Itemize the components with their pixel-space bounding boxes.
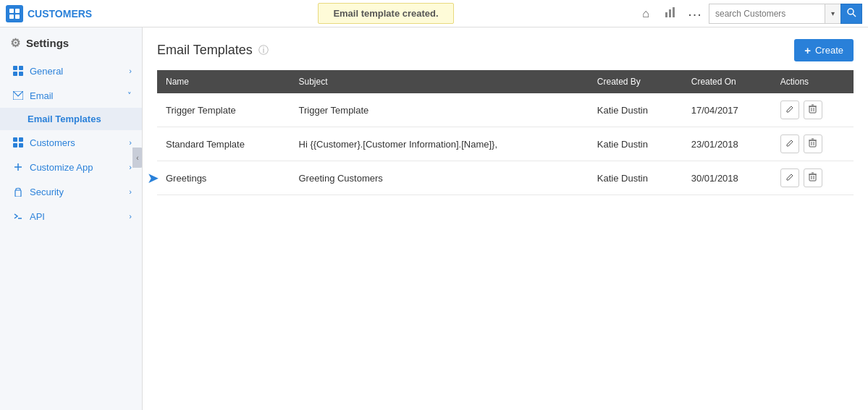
row-name: ➤ Greetings <box>157 161 290 195</box>
table-header: Name Subject Created By Created On Actio… <box>157 70 854 93</box>
home-button[interactable]: ⌂ <box>635 3 657 25</box>
settings-header: ⚙ Settings <box>0 27 142 59</box>
delete-button[interactable] <box>804 134 822 153</box>
svg-rect-3 <box>15 14 20 19</box>
create-button[interactable]: + Create <box>794 39 854 61</box>
search-button[interactable] <box>840 4 862 24</box>
search-input[interactable] <box>709 4 825 24</box>
create-label: Create <box>815 45 843 56</box>
col-created-on: Created On <box>683 70 772 93</box>
table-row-greetings: ➤ Greetings Greeting Customers Katie Dus… <box>157 161 854 195</box>
email-templates-table: Name Subject Created By Created On Actio… <box>157 70 854 195</box>
plus-icon: + <box>804 44 811 56</box>
delete-icon <box>809 104 817 116</box>
page-title: Email Templates <box>157 43 253 58</box>
col-name: Name <box>157 70 290 93</box>
general-arrow-icon: › <box>129 67 132 75</box>
svg-rect-10 <box>19 66 23 70</box>
svg-rect-27 <box>809 140 816 147</box>
search-dropdown-button[interactable]: ▾ <box>825 4 840 24</box>
svg-rect-15 <box>19 137 23 142</box>
settings-label: Settings <box>26 37 69 49</box>
customers-arrow-icon: › <box>129 138 132 147</box>
app-header: CUSTOMERS Email template created. ⌂ ··· … <box>0 0 868 27</box>
row-created-on: 23/01/2018 <box>683 127 772 161</box>
toast-message: Email template created. <box>318 3 453 24</box>
home-icon: ⌂ <box>642 7 649 20</box>
customers-label: Customers <box>30 137 123 148</box>
col-actions: Actions <box>772 70 854 93</box>
email-templates-label: Email Templates <box>28 114 101 124</box>
svg-rect-5 <box>669 9 671 17</box>
general-icon <box>12 65 24 77</box>
row-created-on: 17/04/2017 <box>683 93 772 127</box>
row-subject: Hi {{Customer}.[Customer Information].[N… <box>290 127 589 161</box>
page-header: Email Templates ⓘ + Create <box>143 27 868 70</box>
chart-button[interactable] <box>660 3 681 25</box>
edit-icon <box>785 139 794 150</box>
sidebar-item-customers[interactable]: Customers › <box>0 130 142 155</box>
svg-point-7 <box>848 9 854 14</box>
edit-icon <box>785 105 794 116</box>
more-button[interactable]: ··· <box>684 3 706 25</box>
table-row: Trigger Template Trigger Template Katie … <box>157 93 854 127</box>
svg-line-8 <box>853 14 856 17</box>
sidebar-item-security[interactable]: Security › <box>0 179 142 204</box>
row-name: Standard Template <box>157 127 290 161</box>
actions-cell <box>780 101 845 119</box>
sidebar-collapse-button[interactable]: ‹ <box>132 148 143 168</box>
main-layout: ⚙ Settings General › <box>0 27 868 410</box>
more-icon: ··· <box>688 7 702 21</box>
info-icon[interactable]: ⓘ <box>258 44 269 57</box>
delete-button[interactable] <box>804 168 822 187</box>
table-row: Standard Template Hi {{Customer}.[Custom… <box>157 127 854 161</box>
row-created-by: Katie Dustin <box>589 93 683 127</box>
table-body: Trigger Template Trigger Template Katie … <box>157 93 854 195</box>
svg-rect-14 <box>13 137 17 142</box>
delete-icon <box>809 172 817 184</box>
gear-icon: ⚙ <box>10 36 20 50</box>
row-actions <box>772 161 854 195</box>
table-container: Name Subject Created By Created On Actio… <box>143 70 868 195</box>
edit-button[interactable] <box>780 101 799 119</box>
email-label: Email <box>30 90 122 101</box>
row-name: Trigger Template <box>157 93 290 127</box>
svg-rect-12 <box>19 72 23 76</box>
row-created-by: Katie Dustin <box>589 127 683 161</box>
brand-icon <box>6 5 23 22</box>
svg-rect-32 <box>809 174 816 181</box>
edit-button[interactable] <box>780 134 799 153</box>
sidebar-item-email-templates[interactable]: Email Templates <box>0 108 142 130</box>
row-created-on: 30/01/2018 <box>683 161 772 195</box>
svg-rect-6 <box>673 7 675 17</box>
row-subject: Trigger Template <box>290 93 589 127</box>
col-subject: Subject <box>290 70 589 93</box>
customize-arrow-icon: › <box>129 163 132 171</box>
collapse-icon: ‹ <box>136 154 138 162</box>
sidebar-item-api[interactable]: API › <box>0 204 142 229</box>
svg-rect-9 <box>13 66 17 70</box>
security-arrow-icon: › <box>129 187 132 196</box>
row-created-by: Katie Dustin <box>589 161 683 195</box>
row-actions <box>772 93 854 127</box>
search-container: ▾ <box>709 4 862 24</box>
sidebar-item-email[interactable]: Email ˅ <box>0 83 142 108</box>
svg-rect-4 <box>665 12 667 17</box>
row-actions <box>772 127 854 161</box>
general-label: General <box>30 66 123 77</box>
customize-icon <box>12 161 24 173</box>
sidebar-item-customize-app[interactable]: Customize App › <box>0 155 142 179</box>
sidebar-item-general[interactable]: General › <box>0 59 142 83</box>
svg-rect-16 <box>13 143 17 148</box>
svg-rect-17 <box>19 143 23 148</box>
main-content: Email Templates ⓘ + Create Name Subject … <box>143 27 868 410</box>
search-icon <box>847 8 856 20</box>
edit-button[interactable] <box>780 168 799 187</box>
security-icon <box>12 186 24 197</box>
svg-rect-11 <box>13 72 17 76</box>
svg-rect-1 <box>15 9 20 13</box>
brand-label: CUSTOMERS <box>28 8 92 20</box>
customers-icon <box>12 137 24 148</box>
email-icon <box>12 90 24 101</box>
delete-button[interactable] <box>804 101 822 119</box>
